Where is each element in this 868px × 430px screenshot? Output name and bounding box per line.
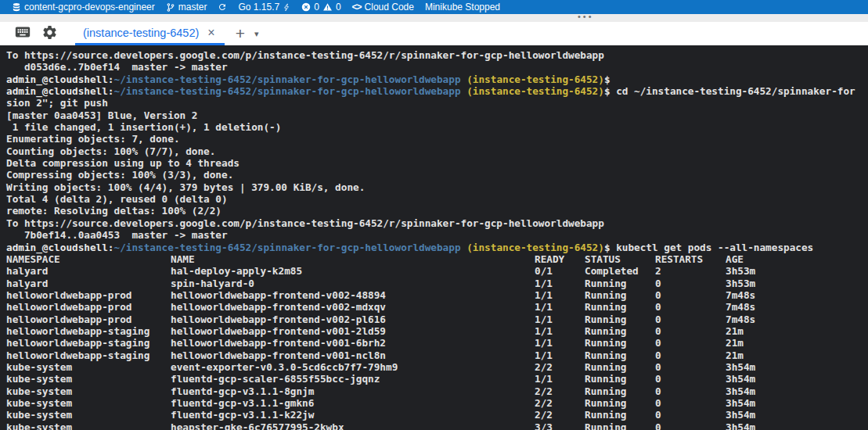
terminal[interactable]: To https://source.developers.google.com/… (0, 45, 868, 430)
pod-namespace: helloworldwebapp-staging (6, 337, 149, 349)
status-branch[interactable]: master (160, 0, 213, 14)
terminal-output-line: [master 0aa0453] Blue, Version 2 (6, 109, 868, 121)
prompt-command: cd ~/instance-testing-6452/spinnaker-for (610, 85, 855, 97)
pod-ready: 1/1 (535, 325, 553, 337)
prompt-env: (instance-testing-6452) (466, 73, 604, 85)
pod-name: fluentd-gcp-v3.1.1-gmkn6 (171, 397, 314, 409)
pods-table-row: helloworldwebapp-staginghelloworldwebapp… (6, 325, 868, 337)
pod-restarts: 0 (655, 278, 661, 289)
error-icon (301, 2, 311, 12)
chevron-down-icon[interactable]: ▾ (251, 22, 262, 45)
pods-table-row: kube-systemfluentd-gcp-scaler-6855f55bcc… (6, 373, 868, 385)
status-go-version[interactable]: Go 1.15.7 (232, 0, 296, 14)
pod-name: helloworldwebapp-frontend-v002-48894 (171, 289, 386, 301)
status-sync[interactable] (212, 0, 232, 14)
pod-age: 3h54m (726, 409, 755, 421)
pod-status: Running (585, 361, 626, 373)
terminal-output-line: Compressing objects: 100% (3/3), done. (6, 169, 868, 181)
terminal-output-line: Counting objects: 100% (7/7), done. (6, 145, 868, 157)
pod-age: 3h53m (726, 278, 755, 289)
status-cloud-code-label: Cloud Code (365, 2, 414, 13)
pod-ready: 2/2 (535, 385, 553, 397)
terminal-output-line: 1 file changed, 1 insertion(+), 1 deleti… (6, 121, 868, 133)
prompt-path: ~/instance-testing-6452/spinnaker-for-gc… (114, 85, 461, 97)
pods-header-cell: RESTARTS (655, 253, 703, 265)
terminal-output-line: sion 2"; git push (6, 97, 868, 109)
pods-table-row: helloworldwebapp-staginghelloworldwebapp… (6, 337, 868, 349)
pod-ready: 2/2 (535, 361, 553, 373)
pods-header-cell: AGE (726, 253, 744, 265)
pods-header-cell: READY (535, 253, 564, 265)
code-brackets-icon: <> (352, 2, 362, 13)
pod-age: 7m48s (726, 301, 755, 313)
pod-namespace: helloworldwebapp-staging (6, 349, 149, 361)
pod-name: fluentd-gcp-v3.1.1-8gnjm (171, 385, 314, 397)
keyboard-icon (14, 23, 31, 44)
prompt-path: ~/instance-testing-6452/spinnaker-for-gc… (114, 242, 461, 253)
database-icon (12, 2, 21, 13)
pod-name: spin-halyard-0 (171, 278, 254, 289)
pod-namespace: helloworldwebapp-prod (6, 301, 131, 313)
cloud-shell-window: content-gcpro-devops-engineer master Go (0, 0, 868, 430)
pod-name: helloworldwebapp-frontend-v001-ncl8n (171, 349, 386, 361)
pods-table-row: kube-systemfluentd-gcp-v3.1.1-gmkn62/2Ru… (6, 397, 868, 409)
close-icon[interactable]: × (206, 27, 216, 39)
pod-restarts: 0 (655, 421, 661, 430)
pod-age: 3h54m (726, 361, 755, 373)
pod-restarts: 0 (655, 301, 661, 313)
pod-restarts: 0 (655, 325, 661, 337)
git-branch-icon (166, 2, 175, 13)
pods-table-row: kube-systemfluentd-gcp-v3.1.1-8gnjm2/2Ru… (6, 385, 868, 397)
pod-namespace: helloworldwebapp-prod (6, 314, 131, 325)
pod-restarts: 0 (655, 337, 661, 349)
pod-age: 3h54m (726, 385, 755, 397)
status-minikube-label: Minikube Stopped (425, 2, 500, 13)
pod-name: hal-deploy-apply-k2m85 (171, 265, 302, 277)
pods-table-row: helloworldwebapp-prodhelloworldwebapp-fr… (6, 301, 868, 313)
pod-ready: 2/2 (535, 409, 553, 421)
gear-icon (41, 24, 58, 44)
add-tab-button[interactable]: + (229, 22, 251, 45)
status-cloud-code[interactable]: <> Cloud Code (347, 0, 420, 14)
pod-status: Running (585, 409, 626, 421)
pod-name: fluentd-gcp-v3.1.1-k22jw (171, 409, 314, 421)
pods-table-row: kube-systemfluentd-gcp-v3.1.1-k22jw2/2Ru… (6, 409, 868, 421)
pods-table-row: kube-systemheapster-gke-6c76577995-2kwbx… (6, 421, 868, 430)
status-project[interactable]: content-gcpro-devops-engineer (6, 0, 160, 14)
pod-age: 3h54m (726, 421, 755, 430)
prompt-dollar: $ (604, 242, 610, 253)
pod-ready: 1/1 (535, 301, 553, 313)
terminal-tab[interactable]: (instance-testing-6452) × (75, 22, 225, 45)
prompt-user: admin_@cloudshell: (6, 85, 114, 97)
pod-age: 3h53m (726, 265, 755, 277)
pods-table-row: halyardhal-deploy-apply-k2m850/1Complete… (6, 265, 868, 277)
pod-name: helloworldwebapp-frontend-v001-6brh2 (171, 337, 386, 349)
terminal-output-line: Delta compression using up to 4 threads (6, 157, 868, 169)
pod-status: Running (585, 289, 626, 301)
status-minikube[interactable]: Minikube Stopped (420, 0, 506, 14)
pod-restarts: 0 (655, 409, 661, 421)
prompt-dollar: $ (604, 85, 610, 97)
pod-namespace: helloworldwebapp-prod (6, 289, 131, 301)
pod-status: Running (585, 278, 626, 289)
terminal-output-line: 7b0ef14..0aa0453 master -> master (6, 229, 868, 241)
pod-status: Running (585, 301, 626, 313)
status-problems[interactable]: 0 0 (296, 0, 346, 14)
terminal-output-line: To https://source.developers.google.com/… (6, 217, 868, 229)
pods-table-row: helloworldwebapp-prodhelloworldwebapp-fr… (6, 289, 868, 301)
pod-age: 7m48s (726, 289, 755, 301)
prompt-command: kubectl get pods --all-namespaces (610, 242, 814, 253)
terminal-output-line: Enumerating objects: 7, done. (6, 133, 868, 145)
drag-handle[interactable]: ••• (578, 12, 594, 21)
terminal-prompt-line: admin_@cloudshell:~/instance-testing-645… (6, 73, 868, 85)
pod-status: Running (585, 337, 626, 349)
settings-button[interactable] (36, 22, 63, 45)
pod-ready: 1/1 (535, 337, 553, 349)
keyboard-button[interactable] (9, 22, 36, 45)
pod-ready: 1/1 (535, 278, 553, 289)
pod-status: Running (585, 314, 626, 325)
pod-ready: 1/1 (535, 314, 553, 325)
pod-namespace: kube-system (6, 361, 72, 373)
status-error-count: 0 (314, 2, 319, 13)
pod-status: Running (585, 385, 626, 397)
